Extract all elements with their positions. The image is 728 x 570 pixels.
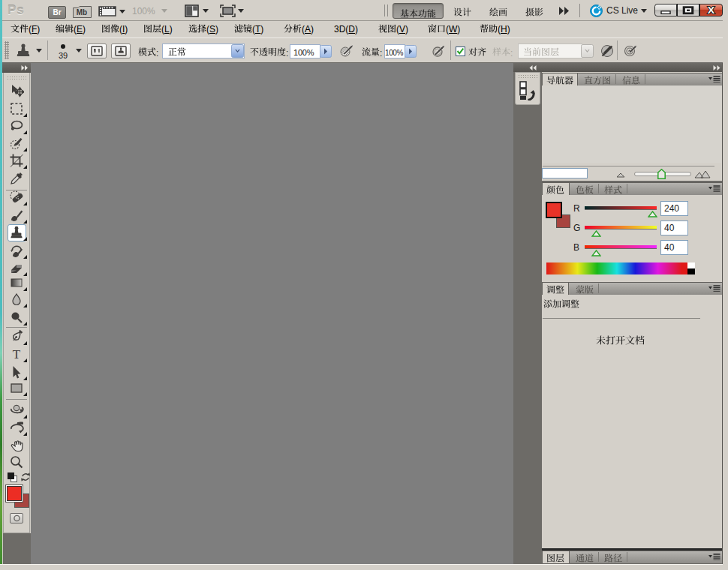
svg-text:T: T bbox=[13, 347, 21, 362]
svg-text:X: X bbox=[708, 5, 714, 16]
svg-text:Mb: Mb bbox=[77, 8, 87, 16]
